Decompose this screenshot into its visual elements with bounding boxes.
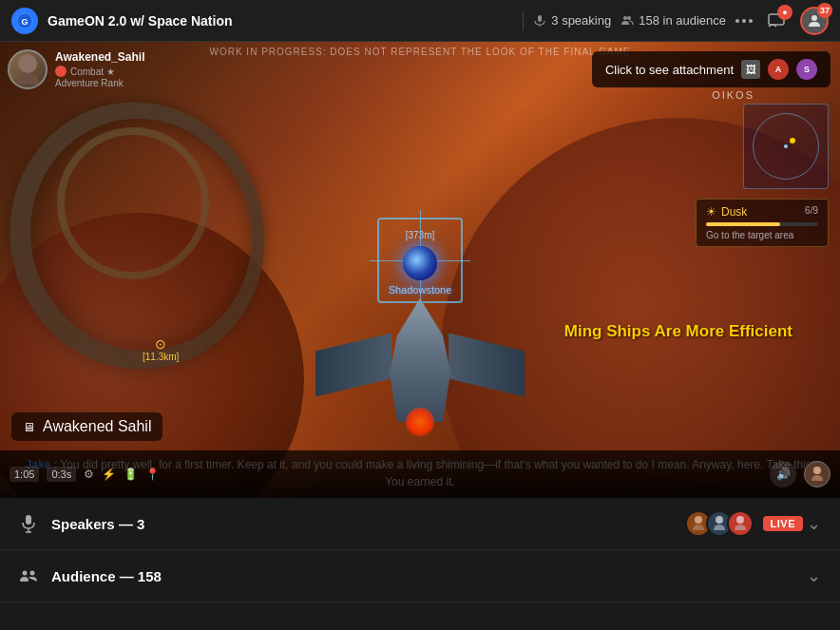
speaker-hud-name: Awakened Sahil [43, 418, 151, 435]
hud-avatar-1 [804, 461, 830, 487]
speaker-hud: 🖥 Awakened Sahil [11, 412, 162, 441]
audience-section[interactable]: Audience — 158 ⌄ [0, 550, 840, 602]
svg-point-14 [716, 516, 723, 524]
spaceship-wing-left [315, 334, 391, 397]
top-bar-right: ● 37 [735, 7, 829, 35]
attachment-avatar2: S [796, 59, 817, 80]
image-icon: 🖼 [741, 60, 760, 79]
game-scene: Awakened_Sahil Combat ★ Adventure Rank W… [0, 42, 840, 498]
badge-icon [55, 66, 67, 77]
more-options-button[interactable] [735, 19, 753, 23]
divider [523, 11, 524, 30]
svg-point-8 [18, 54, 37, 73]
audience-collapse-button[interactable]: ⌄ [803, 562, 825, 590]
microphone-icon-speakers [15, 510, 42, 537]
attachment-avatar1: A [768, 59, 789, 80]
speaker-avatar-3 [727, 510, 754, 537]
engine-glow [406, 408, 434, 436]
video-container: Awakened_Sahil Combat ★ Adventure Rank W… [0, 42, 840, 498]
monitor-icon: 🖥 [23, 420, 35, 434]
audience-icon [15, 563, 42, 589]
speaking-stat: 3 speaking [533, 13, 611, 28]
cast-button[interactable]: ● [762, 7, 791, 35]
svg-text:G: G [21, 17, 28, 27]
svg-point-16 [23, 571, 28, 576]
speakers-section[interactable]: Speakers — 3 LIVE [0, 498, 840, 550]
spaceship-wing-right [449, 334, 525, 397]
top-bar: G GameON 2.0 w/ Space Nation 3 speaking … [0, 0, 840, 42]
svg-point-17 [30, 571, 35, 576]
oikos-label: OIKOS [712, 89, 754, 101]
space-station-inner-ring [57, 127, 209, 279]
spaceship [306, 251, 534, 422]
svg-point-5 [627, 16, 631, 20]
presenter-avatar [8, 49, 48, 89]
hud-stats: ⚙ ⚡ 🔋 📍 [84, 468, 160, 481]
timer-1: 1:05 [10, 467, 39, 482]
room-title: GameON 2.0 w/ Space Nation [48, 13, 513, 29]
timer-2: 0:3s [47, 467, 76, 482]
speaker-avatar-group [685, 510, 754, 537]
message-badge: 37 [817, 3, 832, 18]
audience-stat: 158 in audience [620, 13, 726, 28]
bottom-panels: Speakers — 3 LIVE [0, 498, 840, 630]
svg-rect-10 [26, 515, 31, 525]
speakers-collapse-button[interactable]: ⌄ [803, 509, 825, 538]
minimap-player-dot [784, 144, 788, 148]
watermark-text: WORK IN PROGRESS: DOES NOT REPRESENT THE… [209, 47, 630, 57]
svg-point-9 [813, 467, 821, 474]
minimap [743, 104, 829, 189]
volume-button[interactable]: 🔊 [770, 461, 796, 487]
spaceship-body [382, 298, 458, 422]
ming-ships-label: Ming Ships Are More Efficient [564, 322, 792, 341]
svg-point-7 [811, 15, 817, 21]
notification-dot: ● [777, 5, 792, 20]
live-badge: LIVE [763, 516, 803, 531]
quest-progress-bar-bg [706, 222, 818, 226]
attachment-button[interactable]: Click to see attachment 🖼 A S [592, 51, 830, 87]
audience-label: Audience — 158 [51, 568, 803, 584]
speakers-label: Speakers — 3 [51, 516, 685, 532]
microphone-icon [533, 14, 546, 28]
svg-rect-2 [538, 15, 542, 22]
waypoint-marker: ⊙ [11.3km] [143, 336, 179, 362]
audience-icon [620, 14, 634, 28]
quest-panel: ☀ Dusk 6/9 Go to the target area [696, 199, 829, 247]
presenter-info: Awakened_Sahil Combat ★ Adventure Rank [8, 49, 145, 89]
profile-button[interactable]: 37 [800, 7, 829, 35]
svg-point-4 [623, 16, 627, 20]
svg-point-15 [736, 516, 744, 524]
app-logo: G [11, 8, 38, 34]
svg-point-13 [695, 516, 702, 524]
quest-progress-bar-fill [706, 222, 780, 226]
presenter-details: Awakened_Sahil Combat ★ Adventure Rank [55, 50, 145, 88]
hud-bar: 🖥 Awakened Sahil 1:05 0:3s ⚙ ⚡ 🔋 📍 [0, 450, 840, 498]
